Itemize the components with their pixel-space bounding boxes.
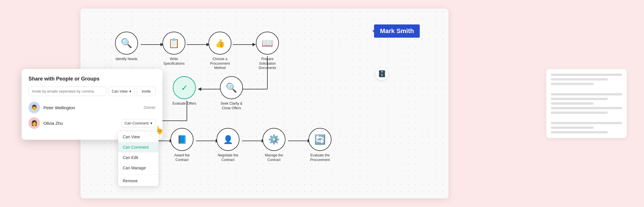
chevron-down-icon-olivia: ▾ — [150, 121, 152, 125]
node-specs-circle: 📋 — [162, 32, 185, 55]
dropdown-item-remove[interactable]: Remove — [118, 176, 158, 186]
node-manage-label: Manage the Contract — [261, 153, 287, 162]
node-identify-circle: 🔍 — [115, 32, 138, 55]
node-award-circle: 📘 — [170, 128, 193, 151]
invite-button[interactable]: Invite — [137, 87, 156, 96]
share-panel: Share with People or Groups Can View ▾ I… — [22, 69, 162, 140]
node-negotiate-label: Negotiate the Contract — [215, 153, 241, 162]
db-icon[interactable]: 🗄️ — [375, 68, 388, 80]
rp-line-2 — [551, 78, 608, 80]
invite-row: Can View ▾ Invite — [28, 87, 156, 96]
dropdown-item-can-comment[interactable]: Can Comment — [118, 142, 158, 152]
permission-dropdown: Can View Can Comment Can Edit Can Manage… — [118, 132, 158, 186]
node-evaluate[interactable]: ✓ Evaluate Offers — [172, 76, 196, 106]
right-panel-content — [551, 74, 622, 133]
avatar-olivia: 👩 — [28, 117, 40, 129]
node-solicitation-circle: 📖 — [256, 32, 279, 55]
node-award-label: Award the Contract — [169, 153, 195, 162]
rp-line-11 — [551, 131, 608, 133]
mark-smith-text: Mark Smith — [380, 27, 414, 35]
rp-line-3 — [551, 83, 594, 85]
node-specs[interactable]: 📋 Write Specifications — [161, 32, 187, 66]
dropdown-item-can-manage[interactable]: Can Manage — [118, 163, 158, 173]
node-identify[interactable]: 🔍 Identify Needs — [115, 32, 138, 62]
rp-line-9 — [551, 122, 622, 124]
permission-select[interactable]: Can View ▾ — [109, 87, 135, 96]
node-specs-label: Write Specifications — [161, 57, 187, 66]
person-row-olivia: 👩 Olivia Zhu Can Comment ▾ Can View Can … — [28, 117, 156, 129]
node-procurement-circle: 👍 — [208, 32, 231, 55]
share-title: Share with People or Groups — [28, 76, 156, 82]
rp-line-6 — [551, 102, 594, 105]
node-seek[interactable]: 🔍 Seek Clarity & Close Offers — [218, 76, 244, 110]
node-negotiate-circle: 👤 — [216, 128, 239, 151]
rp-line-7 — [551, 107, 622, 109]
node-solicitation-label: Prepare Solicitation Documents — [253, 57, 282, 70]
person-name-peter: Peter Wellington — [43, 105, 140, 110]
dropdown-item-can-edit[interactable]: Can Edit — [118, 152, 158, 163]
permission-olivia[interactable]: Can Comment ▾ — [121, 119, 156, 127]
permission-select-label: Can View — [112, 89, 128, 93]
node-negotiate[interactable]: 👤 Negotiate the Contract — [215, 128, 241, 162]
node-award[interactable]: 📘 Award the Contract — [169, 128, 195, 162]
rp-line-5 — [551, 98, 608, 100]
avatar-peter: 👨 — [28, 102, 40, 113]
right-panel — [546, 69, 627, 138]
node-solicitation[interactable]: 📖 Prepare Solicitation Documents — [253, 32, 282, 70]
dropdown-divider — [118, 174, 158, 175]
node-manage[interactable]: ⚙️ Manage the Contract — [261, 128, 287, 162]
rp-line-4 — [551, 93, 622, 95]
dropdown-item-can-view[interactable]: Can View — [118, 132, 158, 142]
node-procurement-label: Choose a Procurement Method — [207, 57, 233, 70]
invite-input[interactable] — [28, 87, 106, 96]
owner-badge-peter: Owner — [144, 105, 156, 110]
node-seek-label: Seek Clarity & Close Offers — [218, 101, 244, 110]
node-procurement[interactable]: 👍 Choose a Procurement Method — [207, 32, 233, 70]
mark-smith-label: Mark Smith — [374, 24, 420, 38]
rp-line-1 — [551, 74, 622, 76]
node-evaluate2-label: Evaluate the Procurement — [307, 153, 333, 162]
node-evaluate2-circle: 🔄 — [308, 128, 331, 151]
node-manage-circle: ⚙️ — [262, 128, 285, 151]
node-seek-circle: 🔍 — [220, 76, 243, 99]
node-evaluate-label: Evaluate Offers — [172, 101, 196, 106]
chevron-down-icon: ▾ — [129, 89, 131, 93]
person-row-peter: 👨 Peter Wellington Owner — [28, 102, 156, 113]
person-name-olivia: Olivia Zhu — [43, 121, 118, 126]
svg-marker-10 — [198, 87, 201, 91]
rp-line-10 — [551, 126, 594, 129]
node-evaluate2[interactable]: 🔄 Evaluate the Procurement — [307, 128, 333, 162]
node-identify-label: Identify Needs — [116, 57, 138, 62]
rp-line-8 — [551, 112, 608, 114]
permission-olivia-label: Can Comment — [124, 121, 149, 125]
node-evaluate-circle: ✓ — [173, 76, 196, 99]
